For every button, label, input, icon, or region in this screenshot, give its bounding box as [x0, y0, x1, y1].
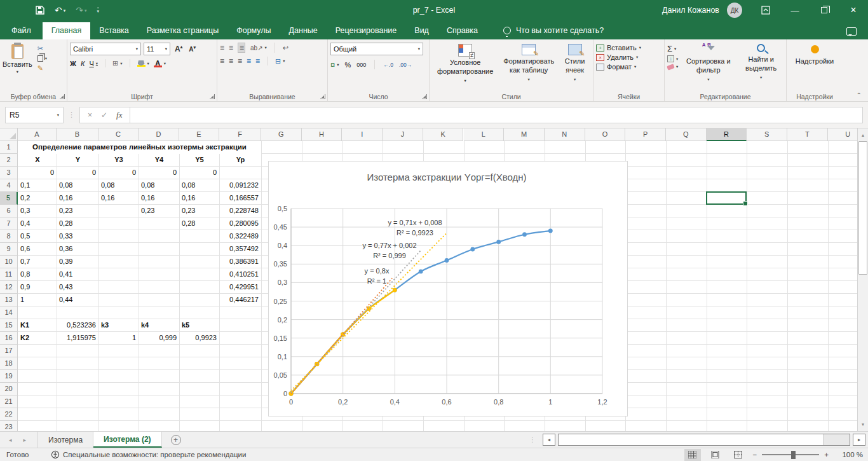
cell-B13[interactable]: 0,44: [57, 294, 98, 306]
autosum-button[interactable]: Σ▾: [667, 44, 678, 53]
tab-данные[interactable]: Данные: [280, 22, 327, 39]
minimize-button[interactable]: —: [780, 0, 810, 20]
cell-B11[interactable]: 0,41: [57, 268, 98, 281]
column-header-G[interactable]: G: [261, 128, 302, 141]
tab-рецензирование[interactable]: Рецензирование: [327, 22, 406, 39]
borders-button[interactable]: ⊞▾: [112, 59, 122, 67]
row-header-14[interactable]: 14: [0, 306, 18, 319]
enter-entry-button[interactable]: ✓: [101, 111, 107, 120]
cell-C3[interactable]: 0: [99, 167, 139, 179]
cell-B2[interactable]: Y: [57, 154, 98, 167]
cell-E16[interactable]: 0,9923: [180, 332, 219, 345]
sheet-nav-right-icon[interactable]: ▸: [24, 437, 27, 443]
cell-styles-button[interactable]: Стили ячеек ▾: [559, 43, 590, 85]
cell-B4[interactable]: 0,08: [57, 179, 98, 192]
row-header-10[interactable]: 10: [0, 256, 18, 268]
column-header-D[interactable]: D: [139, 128, 179, 141]
column-header-Q[interactable]: Q: [666, 128, 707, 141]
cell-F13[interactable]: 0,446217: [220, 294, 261, 306]
horizontal-scrollbar[interactable]: ⋮ ◂ ▸: [529, 433, 865, 446]
cell-D15[interactable]: k4: [139, 319, 179, 332]
page-break-view-button[interactable]: [730, 449, 747, 461]
formula-bar-grip[interactable]: ⋮: [64, 111, 79, 119]
underline-button[interactable]: Ч▾: [89, 60, 98, 67]
cell-B5[interactable]: 0,16: [57, 192, 98, 205]
cut-button[interactable]: ✂: [37, 45, 47, 53]
decrease-font-button[interactable]: A▾: [187, 45, 198, 53]
horizontal-scroll-thumb[interactable]: [559, 434, 824, 445]
zoom-out-button[interactable]: −: [753, 451, 757, 458]
vertical-scrollbar[interactable]: ▴ ▾: [857, 128, 868, 431]
row-header-11[interactable]: 11: [0, 268, 18, 281]
font-color-button[interactable]: А ▾: [154, 60, 166, 67]
row-header-7[interactable]: 7: [0, 217, 18, 230]
percent-style-button[interactable]: %: [345, 61, 351, 69]
row-header-4[interactable]: 4: [0, 179, 18, 192]
customize-qat-button[interactable]: ▾: [97, 8, 100, 13]
cell-E4[interactable]: 0,08: [180, 179, 219, 192]
cell-D6[interactable]: 0,23: [139, 205, 179, 217]
column-header-J[interactable]: J: [383, 128, 423, 141]
insert-function-button[interactable]: fx: [116, 110, 122, 120]
scroll-down-icon[interactable]: ▾: [858, 419, 868, 430]
clipboard-dialog-launcher-icon[interactable]: [60, 94, 65, 99]
collapse-ribbon-button[interactable]: ⌃: [857, 92, 862, 99]
row-header-5[interactable]: 5: [0, 192, 18, 205]
increase-indent-button[interactable]: ≡: [255, 57, 259, 65]
horizontal-scroll-track[interactable]: [558, 434, 850, 446]
cancel-entry-button[interactable]: ×: [88, 111, 92, 120]
comments-icon[interactable]: [846, 27, 857, 36]
row-header-23[interactable]: 23: [0, 421, 18, 431]
row-header-13[interactable]: 13: [0, 294, 18, 306]
merge-center-button[interactable]: ⊟▾: [275, 57, 285, 65]
scroll-left-icon[interactable]: ◂: [543, 434, 555, 446]
cell-A8[interactable]: 0,5: [18, 230, 57, 243]
cell-C15[interactable]: k3: [99, 319, 139, 332]
formula-input[interactable]: [130, 107, 863, 123]
font-size-select[interactable]: 11▾: [144, 43, 170, 55]
cell-F7[interactable]: 0,280095: [220, 217, 261, 230]
cell-A13[interactable]: 1: [18, 294, 57, 306]
cell-F5[interactable]: 0,166557: [220, 192, 261, 205]
cell-E15[interactable]: k5: [180, 319, 219, 332]
insert-cells-button[interactable]: + Вставить▾: [596, 44, 661, 52]
cell-D3[interactable]: 0: [139, 167, 179, 179]
close-button[interactable]: ×: [839, 0, 868, 20]
user-name[interactable]: Данил Кожанов: [662, 6, 719, 15]
cell-A12[interactable]: 0,9: [18, 281, 57, 294]
column-header-K[interactable]: K: [423, 128, 464, 141]
selected-cell-R5[interactable]: [706, 191, 747, 205]
cell-A16[interactable]: K2: [18, 332, 57, 345]
scroll-right-icon[interactable]: ▸: [853, 434, 865, 446]
align-right-button[interactable]: ≡: [238, 57, 241, 65]
row-header-9[interactable]: 9: [0, 243, 18, 256]
cell-E3[interactable]: 0: [180, 167, 219, 179]
row-header-2[interactable]: 2: [0, 154, 18, 167]
cell-F12[interactable]: 0,429951: [220, 281, 261, 294]
cell-A10[interactable]: 0,7: [18, 256, 57, 268]
cell-A3[interactable]: 0: [18, 167, 57, 179]
cell-C4[interactable]: 0,08: [99, 179, 139, 192]
cell-F9[interactable]: 0,357492: [220, 243, 261, 256]
cell-E7[interactable]: 0,28: [180, 217, 219, 230]
wrap-text-button[interactable]: ↩: [283, 44, 288, 52]
increase-font-button[interactable]: A▴: [173, 45, 184, 53]
select-all-corner[interactable]: [0, 128, 18, 141]
sheet-nav-left-icon[interactable]: ◂: [9, 437, 12, 443]
font-dialog-launcher-icon[interactable]: [210, 94, 215, 99]
paste-button[interactable]: Вставить ▾: [3, 43, 32, 74]
row-header-18[interactable]: 18: [0, 357, 18, 370]
align-middle-button[interactable]: ≡: [229, 43, 233, 52]
tell-me-search[interactable]: Что вы хотите сделать?: [487, 26, 604, 39]
cell-A11[interactable]: 0,8: [18, 268, 57, 281]
undo-button[interactable]: ↶▾: [55, 6, 65, 15]
embedded-chart[interactable]: Изотерма экстракции Yорг=f(Хводн)00,050,…: [268, 161, 628, 416]
row-header-19[interactable]: 19: [0, 370, 18, 383]
cell-F8[interactable]: 0,322489: [220, 230, 261, 243]
column-header-S[interactable]: S: [747, 128, 787, 141]
cell-A5[interactable]: 0,2: [18, 192, 57, 205]
cell-A9[interactable]: 0,6: [18, 243, 57, 256]
cell-C16[interactable]: 1: [99, 332, 139, 345]
row-header-6[interactable]: 6: [0, 205, 18, 217]
row-header-8[interactable]: 8: [0, 230, 18, 243]
